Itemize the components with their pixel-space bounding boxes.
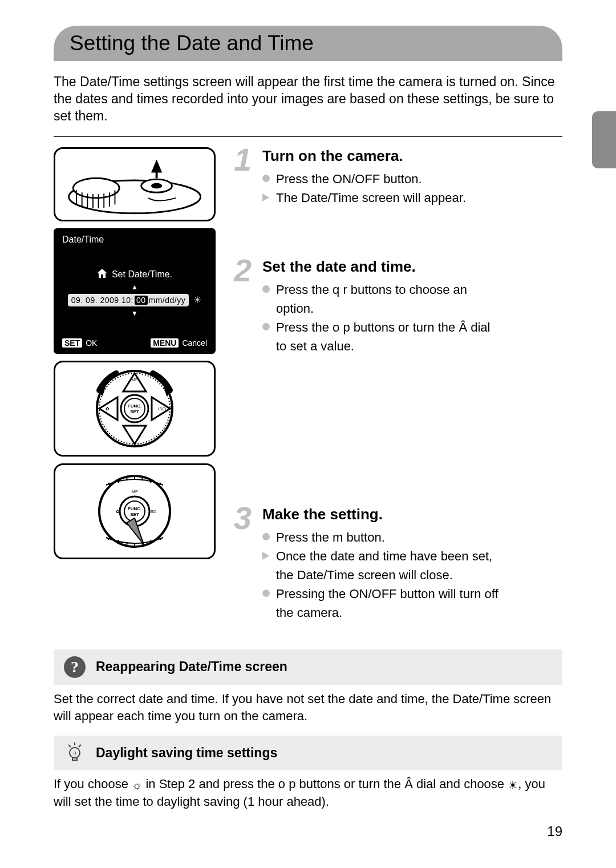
step-1: 1 Turn on the camera. Press the ON/OFF b… xyxy=(234,147,562,233)
caret-up-icon: ▲ xyxy=(131,284,138,290)
sun-outline-icon: ☼ xyxy=(132,779,142,792)
camera-onoff-illustration xyxy=(63,152,206,216)
step-line: Press the q r buttons to choose an xyxy=(262,281,562,298)
step-number: 3 xyxy=(234,502,252,534)
figure-control-ring-rotate: FUNC. SET MF ✿ ISO xyxy=(54,361,216,457)
step-number: 1 xyxy=(234,144,252,176)
step-3: 3 Make the setting. Press the m button. … xyxy=(234,506,562,621)
caret-down-icon: ▼ xyxy=(131,310,138,317)
step-2: 2 Set the date and time. Press the q r b… xyxy=(234,258,562,481)
step-line: Press the o p buttons or turn the Â dial xyxy=(262,319,562,336)
step-line: Once the date and time have been set, xyxy=(262,548,562,564)
step-line: The Date/Time screen will appear. xyxy=(262,189,562,206)
sun-filled-icon: ☀ xyxy=(508,779,518,792)
svg-text:MF: MF xyxy=(131,489,138,494)
step-line: the camera. xyxy=(262,604,562,621)
page-title: Setting the Date and Time xyxy=(70,31,546,55)
note-title: Reappearing Date/Time screen xyxy=(96,659,287,675)
text-column: 1 Turn on the camera. Press the ON/OFF b… xyxy=(234,147,562,646)
figure-column: Date/Time Set Date/Time. ▲ 09. 09. 2009 … xyxy=(54,147,216,646)
figure-camera-top xyxy=(54,147,216,221)
page-title-bar: Setting the Date and Time xyxy=(54,26,562,61)
home-icon xyxy=(97,269,107,280)
step-line: Press the m button. xyxy=(262,529,562,546)
steps-area: Date/Time Set Date/Time. ▲ 09. 09. 2009 … xyxy=(54,147,562,646)
manual-page: Setting the Date and Time The Date/Time … xyxy=(0,0,616,868)
svg-marker-14 xyxy=(123,373,146,391)
svg-line-30 xyxy=(127,477,127,481)
svg-text:SET: SET xyxy=(130,409,139,414)
svg-marker-15 xyxy=(123,426,146,444)
divider xyxy=(54,136,562,137)
note-body: Set the correct date and time. If you ha… xyxy=(54,691,562,724)
screen-selected-field: 00 xyxy=(135,296,148,305)
screen-prompt: Set Date/Time. xyxy=(112,269,172,280)
svg-text:SET: SET xyxy=(130,512,139,517)
svg-line-51 xyxy=(79,745,81,747)
svg-text:FUNC.: FUNC. xyxy=(128,403,141,409)
step-line: to set a value. xyxy=(262,338,562,354)
note-title: Daylight saving time settings xyxy=(96,745,277,761)
svg-text:FUNC.: FUNC. xyxy=(128,506,141,511)
step-line: the Date/Time screen will close. xyxy=(262,567,562,583)
page-number: 19 xyxy=(547,823,562,839)
note-body: If you choose ☼ in Step 2 and press the … xyxy=(54,776,562,810)
screen-datetime-value: 09. 09. 2009 10:00 mm/dd/yy xyxy=(68,294,189,306)
step-line: Press the ON/OFF button. xyxy=(262,171,562,187)
dst-sun-icon: ☀ xyxy=(193,294,201,305)
step-line: option. xyxy=(262,300,562,317)
step-title: Turn on the camera. xyxy=(262,147,562,165)
question-icon: ? xyxy=(64,656,86,678)
svg-text:a: a xyxy=(73,750,76,756)
step-line: Pressing the ON/OFF button will turn off xyxy=(262,586,562,602)
svg-text:ISO: ISO xyxy=(158,406,166,411)
step-title: Make the setting. xyxy=(262,506,562,523)
svg-text:MF: MF xyxy=(131,377,138,382)
note-dst: a Daylight saving time settings xyxy=(54,736,562,770)
svg-line-32 xyxy=(142,477,143,481)
svg-text:✿: ✿ xyxy=(116,509,120,514)
step-title: Set the date and time. xyxy=(262,258,562,276)
note-reappearing: ? Reappearing Date/Time screen xyxy=(54,649,562,685)
step-number: 2 xyxy=(234,255,252,286)
figure-control-ring-press: FUNC. SET MF ✿ ISO xyxy=(54,463,216,559)
intro-text: The Date/Time settings screen will appea… xyxy=(54,74,562,125)
svg-line-37 xyxy=(127,542,127,546)
lightbulb-icon: a xyxy=(64,742,86,763)
screen-menu-cancel: MENUCancel xyxy=(151,338,207,348)
svg-point-11 xyxy=(151,183,162,189)
figure-datetime-screen: Date/Time Set Date/Time. ▲ 09. 09. 2009 … xyxy=(54,228,216,354)
svg-line-50 xyxy=(68,745,71,747)
svg-text:✿: ✿ xyxy=(106,406,110,411)
svg-text:ISO: ISO xyxy=(149,510,157,514)
screen-title: Date/Time xyxy=(61,235,208,248)
screen-set-ok: SETOK xyxy=(62,338,97,348)
svg-point-19 xyxy=(124,398,145,419)
page-edge-tab xyxy=(592,111,616,168)
svg-point-1 xyxy=(73,178,119,198)
